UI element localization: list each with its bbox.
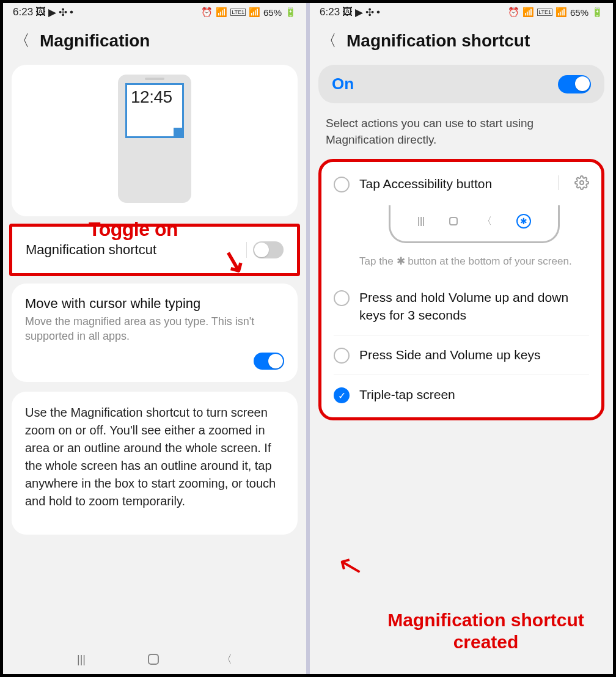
radio-unchecked-icon[interactable]	[334, 290, 350, 306]
illustration-card: 12:45	[12, 65, 298, 216]
radio-unchecked-icon[interactable]	[334, 348, 350, 364]
wifi-icon: 📶	[522, 7, 534, 18]
volte-icon: LTE1	[230, 9, 246, 16]
alarm-icon: ⏰	[201, 7, 213, 18]
option-side-volume[interactable]: Press Side and Volume up keys	[334, 335, 589, 375]
navbar-illustration: ||| 〈 ✱	[347, 205, 601, 243]
master-toggle[interactable]	[558, 75, 591, 93]
gallery-icon: 🖼	[35, 6, 46, 18]
option-label: Triple-tap screen	[359, 386, 589, 403]
status-time: 6:23	[13, 6, 33, 18]
description-text: Use the Magnification shortcut to turn s…	[25, 404, 284, 510]
on-label: On	[332, 75, 354, 93]
app-bar: 〈 Magnification shortcut	[310, 21, 613, 65]
youtube-icon: ▶	[355, 6, 363, 19]
more-icon: •	[376, 6, 380, 18]
battery-icon: 🔋	[592, 7, 603, 18]
status-bar: 6:23 🖼 ▶ ✣ • ⏰ 📶 LTE1 📶 65% 🔋	[3, 3, 306, 21]
description-card: Use the Magnification shortcut to turn s…	[12, 392, 298, 535]
option-label: Press Side and Volume up keys	[359, 346, 589, 364]
annotation-arrow-icon: ↖	[334, 546, 366, 585]
page-title: Magnification	[40, 31, 150, 51]
wifi-icon: 📶	[216, 7, 227, 18]
home-icon[interactable]	[148, 654, 159, 665]
signal-icon: 📶	[249, 7, 260, 18]
signal-icon: 📶	[556, 7, 567, 18]
option-label: Press and hold Volume up and down keys f…	[359, 289, 589, 324]
cursor-toggle[interactable]	[254, 353, 284, 370]
status-time: 6:23	[320, 6, 340, 18]
gear-icon[interactable]	[574, 175, 589, 192]
option-triple-tap[interactable]: ✓ Triple-tap screen	[334, 375, 589, 414]
back-icon[interactable]: 〈	[14, 30, 30, 51]
app-bar: 〈 Magnification	[3, 21, 306, 65]
cursor-card[interactable]: Move with cursor while typing Move the m…	[12, 284, 298, 382]
master-toggle-row[interactable]: On	[318, 65, 604, 103]
back-icon[interactable]: 〈	[321, 30, 337, 51]
cursor-title: Move with cursor while typing	[25, 296, 284, 312]
page-title: Magnification shortcut	[346, 31, 530, 51]
options-list: Tap Accessibility button ||| 〈 ✱ Tap the…	[318, 159, 604, 420]
fan-icon: ✣	[365, 6, 374, 19]
annotation-shortcut-created: Magnification shortcut created	[371, 609, 601, 653]
option-volume-hold[interactable]: Press and hold Volume up and down keys f…	[321, 278, 601, 335]
youtube-icon: ▶	[48, 6, 56, 19]
radio-unchecked-icon[interactable]	[334, 177, 350, 192]
instruction-text: Select actions you can use to start usin…	[310, 111, 613, 159]
home-icon	[449, 217, 458, 225]
fan-icon: ✣	[59, 6, 67, 19]
accessibility-icon: ✱	[516, 214, 531, 229]
option-label: Tap Accessibility button	[359, 175, 546, 192]
battery-text: 65%	[263, 7, 282, 18]
volte-icon: LTE1	[537, 9, 552, 16]
mock-time: 12:45	[127, 85, 182, 109]
hint-text: Tap the ✱ button at the bottom of your s…	[321, 249, 601, 279]
shortcut-label: Magnification shortcut	[26, 242, 156, 258]
more-icon: •	[70, 6, 73, 18]
gallery-icon: 🖼	[342, 6, 353, 18]
accessibility-inline-icon: ✱	[397, 254, 405, 269]
option-accessibility-button[interactable]: Tap Accessibility button	[321, 164, 601, 199]
nav-back-icon[interactable]: 〈	[221, 652, 232, 667]
status-bar: 6:23 🖼 ▶ ✣ • ⏰ 📶 LTE1 📶 65% 🔋	[310, 3, 613, 21]
nav-back-icon: 〈	[482, 215, 492, 228]
resize-handle-icon	[174, 128, 183, 137]
radio-checked-icon[interactable]: ✓	[334, 387, 350, 403]
svg-point-0	[580, 181, 584, 185]
alarm-icon: ⏰	[508, 7, 519, 18]
magnification-illustration: 12:45	[25, 71, 284, 210]
recents-icon[interactable]: |||	[77, 653, 86, 666]
nav-bar: ||| 〈	[3, 645, 306, 674]
cursor-subtitle: Move the magnified area as you type. Thi…	[25, 314, 284, 344]
left-screenshot: 6:23 🖼 ▶ ✣ • ⏰ 📶 LTE1 📶 65% 🔋 〈 Magnific…	[3, 3, 310, 674]
battery-text: 65%	[570, 7, 588, 18]
shortcut-toggle[interactable]	[253, 241, 284, 258]
recents-icon: |||	[417, 216, 425, 227]
right-screenshot: 6:23 🖼 ▶ ✣ • ⏰ 📶 LTE1 📶 65% 🔋 〈 Magnific…	[310, 3, 613, 674]
battery-icon: 🔋	[285, 7, 296, 18]
annotation-toggle-on: Toggle on	[89, 218, 178, 241]
